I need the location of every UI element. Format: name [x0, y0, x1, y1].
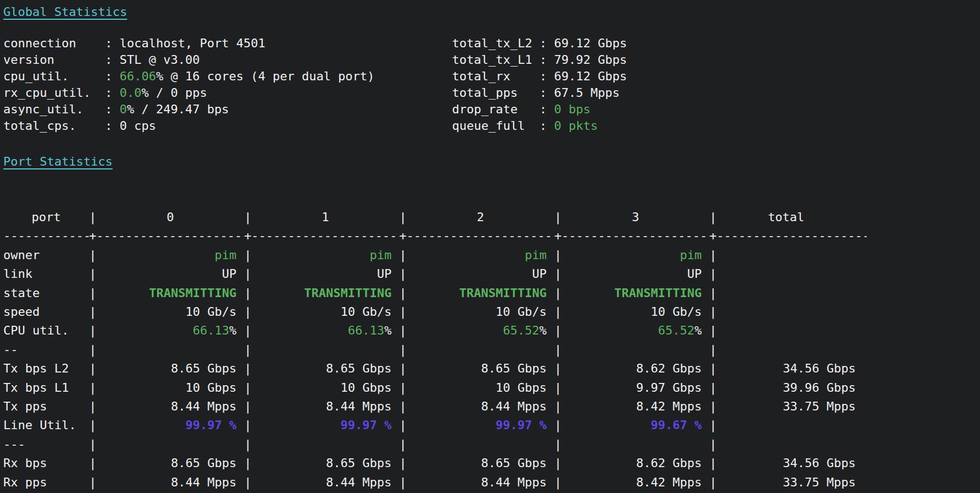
total-cell [717, 435, 867, 454]
value-segment: 10 Gbps [340, 381, 392, 395]
table-row: owner|pim|pim|pim|pim| [3, 246, 980, 265]
stat-label: queue_full [452, 118, 539, 134]
column-separator: | [244, 379, 251, 397]
stat-label: total_rx [452, 68, 539, 85]
value-segment: pim [680, 248, 702, 262]
value-segment: 8.44 Mpps [326, 399, 392, 413]
total-cell: 39.96 Gbps [717, 379, 867, 397]
separator-dashes: ------------------------ [406, 227, 554, 245]
column-separator: | [709, 397, 717, 416]
column-separator: | [244, 208, 251, 227]
stat-label: async_util. [3, 101, 105, 118]
column-separator: | [399, 341, 406, 359]
value-segment: 99.97 % [495, 418, 547, 432]
separator-cross: + [709, 227, 717, 245]
value-segment: 66.13 [193, 324, 229, 337]
global-stat-row: async_util.: 0% / 249.47 bps [3, 101, 452, 118]
column-separator: | [89, 473, 96, 492]
table-cell: 8.65 Gbps [96, 454, 244, 473]
value-segment: 8.62 Gbps [636, 456, 702, 470]
column-separator: | [89, 284, 96, 303]
column-header: 2 [406, 208, 554, 227]
column-separator: | [399, 416, 406, 435]
table-cell: 65.52% [406, 321, 554, 340]
column-separator: | [89, 265, 96, 283]
value-segment: 69.12 Gbps [554, 36, 627, 50]
value-segment: UP [377, 267, 392, 281]
column-separator: | [89, 416, 96, 435]
total-cell [717, 341, 867, 359]
value-segment: TRANSMITTING [459, 286, 547, 300]
stat-label: rx_cpu_util. [3, 85, 105, 101]
value-segment: UP [532, 267, 547, 281]
global-stats-left-column: connection: localhost, Port 4501version:… [3, 35, 452, 134]
stat-colon: : [105, 86, 120, 100]
value-segment: 10 Gbps [185, 381, 236, 395]
column-separator: | [89, 246, 96, 265]
value-segment: 8.44 Mpps [171, 399, 236, 413]
value-segment: 8.62 Gbps [636, 361, 702, 375]
value-segment: 79.92 Gbps [554, 53, 627, 67]
value-segment: 8.65 Gbps [481, 456, 547, 470]
stat-colon: : [105, 102, 120, 116]
table-cell: 8.65 Gbps [251, 454, 399, 473]
column-separator: | [244, 284, 251, 303]
stat-label: total_tx_L1 [452, 52, 539, 68]
row-label: Rx pps [3, 473, 89, 492]
table-cell: pim [406, 246, 554, 265]
column-separator: | [89, 435, 96, 454]
table-row: speed|10 Gb/s|10 Gb/s|10 Gb/s|10 Gb/s| [3, 303, 980, 321]
value-segment: pim [214, 248, 236, 262]
table-cell: 8.44 Mpps [406, 397, 554, 416]
table-cell: TRANSMITTING [251, 284, 399, 303]
column-separator: | [89, 454, 96, 473]
global-stat-row: total_rx: 69.12 Gbps [452, 68, 980, 85]
table-cell: 66.13% [251, 321, 399, 340]
table-separator-row: --------------+------------------------+… [3, 227, 980, 245]
port-statistics-title: Port Statistics [3, 153, 113, 171]
value-segment: 10 Gb/s [495, 305, 547, 319]
stat-colon: : [539, 119, 554, 133]
global-stat-row: version: STL @ v3.00 [3, 52, 452, 68]
column-separator: | [89, 341, 96, 359]
separator-dashes: ------------------------ [96, 227, 244, 245]
column-separator: | [244, 416, 251, 435]
row-label: --- [3, 435, 89, 454]
value-segment: 0 pkts [554, 119, 598, 133]
column-separator: | [244, 359, 251, 378]
row-label: state [3, 284, 89, 303]
stat-value: 69.12 Gbps [554, 69, 627, 83]
table-cell: TRANSMITTING [96, 284, 244, 303]
value-segment: 66.13 [348, 324, 384, 337]
table-cell: 10 Gbps [406, 379, 554, 397]
table-cell: 65.52% [561, 321, 709, 340]
separator-cross: + [89, 227, 96, 245]
table-header-row: port|0|1|2|3|total [3, 208, 980, 227]
stat-value: 0 pkts [554, 119, 598, 133]
value-segment: % / 0 pps [141, 86, 207, 100]
stat-label: connection [3, 35, 105, 52]
global-statistics-title: Global Statistics [3, 3, 127, 21]
table-cell: 8.65 Gbps [406, 359, 554, 378]
global-stat-row: total_tx_L1: 79.92 Gbps [452, 52, 980, 68]
table-cell: 8.65 Gbps [251, 359, 399, 378]
column-separator: | [709, 435, 717, 454]
global-stat-row: rx_cpu_util.: 0.0% / 0 pps [3, 85, 452, 101]
column-separator: | [554, 341, 561, 359]
stat-label: total_tx_L2 [452, 35, 539, 52]
column-separator: | [554, 246, 561, 265]
column-separator: | [89, 208, 96, 227]
column-separator: | [89, 321, 96, 340]
table-cell: pim [561, 246, 709, 265]
table-cell: 8.65 Gbps [406, 454, 554, 473]
column-separator: | [709, 246, 717, 265]
value-segment: % [539, 324, 547, 337]
port-statistics-table: port|0|1|2|3|total--------------+-------… [3, 208, 980, 493]
column-separator: | [554, 416, 561, 435]
value-segment: UP [222, 267, 237, 281]
column-separator: | [554, 359, 561, 378]
total-cell [717, 303, 867, 321]
table-cell: TRANSMITTING [561, 284, 709, 303]
value-segment: pim [370, 248, 392, 262]
stat-value: 0 bps [554, 102, 591, 116]
